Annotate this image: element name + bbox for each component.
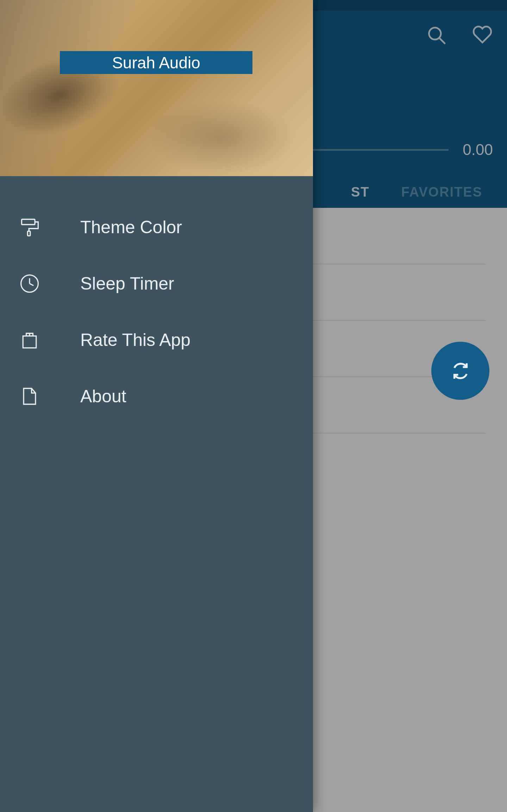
svg-rect-4 [22, 219, 35, 225]
svg-line-8 [30, 284, 33, 286]
menu-sleep-timer[interactable]: Sleep Timer [0, 255, 313, 312]
svg-rect-9 [23, 336, 36, 348]
app-title: Surah Audio [60, 51, 252, 74]
menu-label: Theme Color [80, 217, 182, 237]
shopping-bag-icon [18, 328, 42, 352]
file-icon [18, 384, 42, 408]
drawer-header: Surah Audio [0, 0, 313, 176]
menu-rate-app[interactable]: Rate This App [0, 312, 313, 368]
paint-roller-icon [18, 215, 42, 239]
menu-label: About [80, 386, 126, 407]
menu-about[interactable]: About [0, 368, 313, 424]
drawer-menu: Theme Color Sleep Timer Rate This App Ab… [0, 176, 313, 424]
svg-rect-5 [27, 231, 30, 236]
menu-label: Sleep Timer [80, 273, 174, 294]
clock-icon [18, 272, 42, 296]
sync-fab[interactable] [431, 342, 489, 400]
navigation-drawer: Surah Audio Theme Color Sleep Timer Rate… [0, 0, 313, 812]
menu-label: Rate This App [80, 330, 190, 350]
menu-theme-color[interactable]: Theme Color [0, 199, 313, 255]
